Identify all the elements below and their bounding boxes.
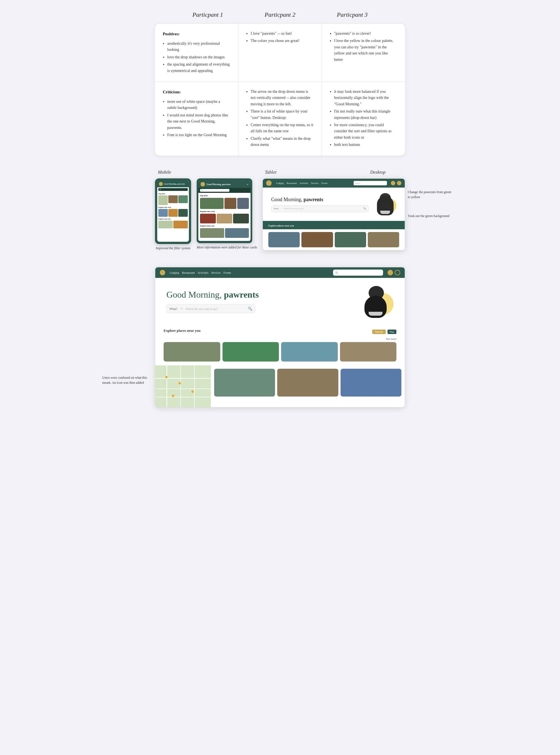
nav-activities[interactable]: Activities xyxy=(300,182,308,184)
desktop-nav-search[interactable]: search xyxy=(354,181,387,185)
map-content-row xyxy=(155,365,405,407)
map-side-img-3[interactable] xyxy=(341,369,401,397)
p2-positives-list: I love "pawents" -- so fun! The colors y… xyxy=(246,31,314,44)
tablet-header: Good Morning, pawrents ≡ xyxy=(198,181,251,188)
explore-img-1[interactable] xyxy=(268,232,300,247)
p1-positives-list: aesthetically it's very professional loo… xyxy=(163,41,230,74)
p1-pos-2: love the drop shadows on the images xyxy=(167,54,230,60)
nav-lodging[interactable]: Lodging xyxy=(276,182,284,184)
main-container: Particpant 1 Particpant 2 Particpant 3 P… xyxy=(155,11,405,408)
p1-criticism: Criticism: more use of white space (mayb… xyxy=(155,82,238,156)
mobile-frame: Good Morning, pawrents 🔍 Top picks xyxy=(155,178,191,244)
mobile-app-title: Good Morning, pawrents xyxy=(164,183,185,185)
map-side-img-2[interactable] xyxy=(277,369,338,397)
second-hero-search[interactable]: What? ▾ Where do you want to go? 🔍 xyxy=(166,304,255,313)
tablet-explore-title: Explore near you xyxy=(200,225,249,227)
desktop-explore xyxy=(263,229,405,250)
criticism-row: Criticism: more use of white space (mayb… xyxy=(155,82,405,156)
mobile-img-1 xyxy=(158,195,168,205)
explore-img-3[interactable] xyxy=(335,232,366,247)
second-explore-img-1[interactable] xyxy=(164,342,220,361)
second-nav-activities[interactable]: Activities xyxy=(198,271,208,274)
improved-filter-annotation: Improved the filter system xyxy=(156,246,191,251)
p1-pos-1: aesthetically it's very professional loo… xyxy=(167,41,230,53)
user-icon[interactable] xyxy=(397,181,401,185)
more-info-annotation: More information were added for these ca… xyxy=(197,245,257,250)
map-road-h2 xyxy=(155,389,211,389)
p1-crit-2: I would not mind more dog photos like th… xyxy=(167,112,230,131)
where-label: Where do you want to go? xyxy=(284,207,304,210)
map-side-images xyxy=(211,365,405,407)
p3-pos-1: "pawrents" is so clever! xyxy=(334,31,397,37)
tablet-explore-images xyxy=(200,228,249,238)
device-mockups-section: Mobile Tablet Desktop Good Morning, pawr… xyxy=(155,170,405,251)
desktop-hero: Good Morning, pawrents What? | Where do … xyxy=(263,187,405,221)
second-hero-title: Good Morning, pawrents xyxy=(166,290,355,300)
tablet-search-text: 🔍 xyxy=(201,190,203,191)
desktop-frame: Lodging Restaurants Activities Services … xyxy=(262,178,405,251)
p3-criticism: it may look more balanced if you horizon… xyxy=(322,82,405,156)
tablet-menu-icon[interactable]: ≡ xyxy=(247,183,248,186)
desktop-label: Desktop xyxy=(370,170,385,175)
nav-events[interactable]: Events xyxy=(321,182,327,184)
tablet-label: Tablet xyxy=(265,170,276,175)
second-explore-img-3[interactable] xyxy=(281,342,338,361)
tablet-img-4 xyxy=(200,214,216,223)
map-pin-3[interactable] xyxy=(191,390,194,393)
p2-pos-2: The colors you chose are great! xyxy=(251,38,314,44)
mobile-popular-title: Popular this week xyxy=(158,206,188,208)
criticism-label-1: Criticism: xyxy=(163,88,230,95)
see-more-link[interactable]: See more xyxy=(164,337,396,340)
second-nav-lodging[interactable]: Lodging xyxy=(170,271,179,274)
mobile-explore-title: Explore near you xyxy=(158,218,188,220)
mobile-mockup: Good Morning, pawrents 🔍 Top picks xyxy=(155,178,191,244)
second-explore-grid xyxy=(164,342,396,361)
desktop-hero-search-bar[interactable]: What? | Where do you want to go? 🔍 xyxy=(271,205,368,212)
participant-3-header: Particpant 3 xyxy=(316,11,388,18)
map-area xyxy=(155,365,211,407)
mobile-explore-images xyxy=(158,221,188,229)
second-search-submit[interactable]: 🔍 xyxy=(248,306,252,311)
p2-pos-1: I love "pawents" -- so fun! xyxy=(251,31,314,37)
location-icon[interactable] xyxy=(391,181,395,185)
search-divider: | xyxy=(281,208,281,210)
tablet-popular-title: Popular this week xyxy=(200,210,249,213)
second-nav-services[interactable]: Services xyxy=(211,271,221,274)
second-explore-title: Explore places near you xyxy=(164,329,201,333)
tablet-img-3 xyxy=(237,198,249,209)
feedback-card: Positives: aesthetically it's very profe… xyxy=(155,24,405,156)
map-side-img-1[interactable] xyxy=(214,369,275,397)
explore-img-2[interactable] xyxy=(301,232,333,247)
second-explore-img-4[interactable] xyxy=(340,342,397,361)
sort-filter-btn[interactable]: Sort by xyxy=(372,330,385,334)
desktop-explore-title-bar: Explore places near you xyxy=(268,224,294,227)
map-filter-btn[interactable]: Map xyxy=(387,330,397,334)
second-nav-events[interactable]: Events xyxy=(223,271,231,274)
desktop-nav-logo xyxy=(266,180,272,186)
search-submit-icon[interactable]: 🔍 xyxy=(363,207,366,210)
second-nav-restaurants[interactable]: Restaurants xyxy=(182,271,195,274)
explore-img-4[interactable] xyxy=(368,232,399,247)
p2-crit-1: The arrow on the drop down menu is not v… xyxy=(251,88,314,107)
nav-services[interactable]: Services xyxy=(311,182,319,184)
p2-criticism-list: The arrow on the drop down menu is not v… xyxy=(246,88,314,148)
second-location-icon[interactable] xyxy=(387,270,393,275)
second-user-icon[interactable] xyxy=(395,270,400,275)
p2-crit-3: Center everything on the top menu, so it… xyxy=(251,122,314,135)
desktop-explore-grid xyxy=(268,232,399,247)
tablet-logo xyxy=(201,182,205,186)
map-road-v2 xyxy=(180,365,181,407)
second-nav-search[interactable]: 🔍 xyxy=(333,270,383,276)
explore-filters: Sort by Map xyxy=(372,330,396,334)
tablet-search-box[interactable]: 🔍 xyxy=(200,189,229,192)
mobile-img-8 xyxy=(173,221,188,229)
p2-crit-2: There is a lot of white space by your "s… xyxy=(251,108,314,121)
mobile-search-bar[interactable]: 🔍 xyxy=(158,188,188,191)
tablet-mockup: Good Morning, pawrents ≡ 🔍 Top picks xyxy=(197,178,252,243)
desktop-mockup: Lodging Restaurants Activities Services … xyxy=(262,178,405,251)
nav-restaurants[interactable]: Restaurants xyxy=(286,182,297,184)
second-desktop-hero: Good Morning, pawrents What? ▾ Where do … xyxy=(155,278,405,324)
second-explore-img-2[interactable] xyxy=(222,342,279,361)
participant-1-header: Particpant 1 xyxy=(172,11,244,18)
second-dog-illustration xyxy=(360,284,394,318)
